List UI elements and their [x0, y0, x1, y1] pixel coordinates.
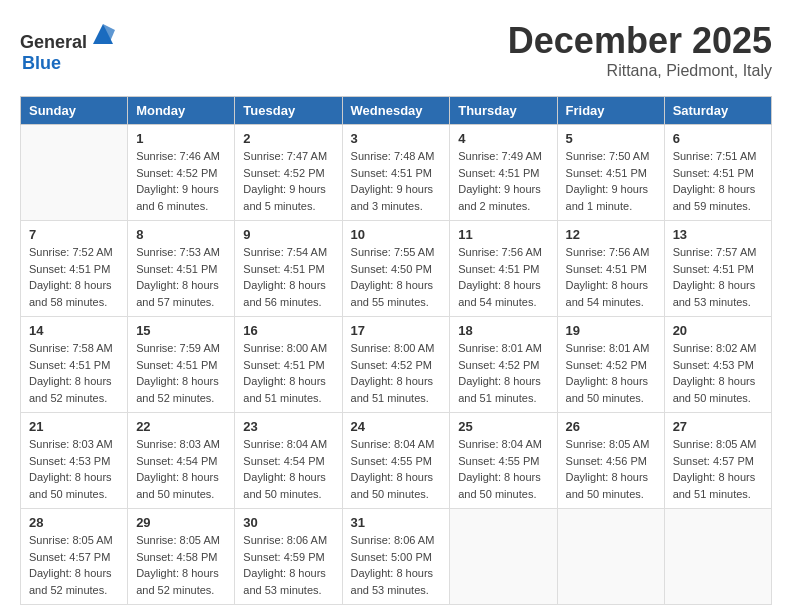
day-info: Sunrise: 7:51 AMSunset: 4:51 PMDaylight:…: [673, 148, 763, 214]
calendar-day-cell: 25Sunrise: 8:04 AMSunset: 4:55 PMDayligh…: [450, 413, 557, 509]
day-info: Sunrise: 8:01 AMSunset: 4:52 PMDaylight:…: [566, 340, 656, 406]
day-number: 4: [458, 131, 548, 146]
day-info: Sunrise: 7:48 AMSunset: 4:51 PMDaylight:…: [351, 148, 442, 214]
calendar-day-cell: 19Sunrise: 8:01 AMSunset: 4:52 PMDayligh…: [557, 317, 664, 413]
calendar-day-cell: 23Sunrise: 8:04 AMSunset: 4:54 PMDayligh…: [235, 413, 342, 509]
page-header: General Blue December 2025 Rittana, Pied…: [20, 20, 772, 80]
day-number: 3: [351, 131, 442, 146]
title-section: December 2025 Rittana, Piedmont, Italy: [508, 20, 772, 80]
calendar-day-cell: 26Sunrise: 8:05 AMSunset: 4:56 PMDayligh…: [557, 413, 664, 509]
day-info: Sunrise: 8:00 AMSunset: 4:51 PMDaylight:…: [243, 340, 333, 406]
calendar-day-cell: 11Sunrise: 7:56 AMSunset: 4:51 PMDayligh…: [450, 221, 557, 317]
day-number: 20: [673, 323, 763, 338]
calendar-day-cell: 22Sunrise: 8:03 AMSunset: 4:54 PMDayligh…: [128, 413, 235, 509]
calendar-day-cell: 28Sunrise: 8:05 AMSunset: 4:57 PMDayligh…: [21, 509, 128, 605]
day-number: 16: [243, 323, 333, 338]
logo-blue: Blue: [22, 53, 61, 73]
day-number: 30: [243, 515, 333, 530]
calendar-week-row: 1Sunrise: 7:46 AMSunset: 4:52 PMDaylight…: [21, 125, 772, 221]
day-number: 11: [458, 227, 548, 242]
calendar-day-cell: 29Sunrise: 8:05 AMSunset: 4:58 PMDayligh…: [128, 509, 235, 605]
day-number: 22: [136, 419, 226, 434]
day-info: Sunrise: 7:46 AMSunset: 4:52 PMDaylight:…: [136, 148, 226, 214]
calendar-day-cell: 1Sunrise: 7:46 AMSunset: 4:52 PMDaylight…: [128, 125, 235, 221]
day-number: 21: [29, 419, 119, 434]
day-info: Sunrise: 8:01 AMSunset: 4:52 PMDaylight:…: [458, 340, 548, 406]
day-number: 1: [136, 131, 226, 146]
day-number: 8: [136, 227, 226, 242]
day-info: Sunrise: 7:59 AMSunset: 4:51 PMDaylight:…: [136, 340, 226, 406]
day-number: 14: [29, 323, 119, 338]
logo-general: General: [20, 32, 87, 52]
location-title: Rittana, Piedmont, Italy: [508, 62, 772, 80]
logo-icon: [89, 20, 117, 48]
calendar-day-cell: 24Sunrise: 8:04 AMSunset: 4:55 PMDayligh…: [342, 413, 450, 509]
calendar-day-cell: [21, 125, 128, 221]
day-number: 6: [673, 131, 763, 146]
calendar-day-cell: 4Sunrise: 7:49 AMSunset: 4:51 PMDaylight…: [450, 125, 557, 221]
day-number: 28: [29, 515, 119, 530]
day-info: Sunrise: 7:53 AMSunset: 4:51 PMDaylight:…: [136, 244, 226, 310]
day-info: Sunrise: 8:06 AMSunset: 4:59 PMDaylight:…: [243, 532, 333, 598]
day-info: Sunrise: 7:50 AMSunset: 4:51 PMDaylight:…: [566, 148, 656, 214]
day-info: Sunrise: 8:04 AMSunset: 4:54 PMDaylight:…: [243, 436, 333, 502]
day-number: 5: [566, 131, 656, 146]
day-info: Sunrise: 8:04 AMSunset: 4:55 PMDaylight:…: [458, 436, 548, 502]
day-info: Sunrise: 8:03 AMSunset: 4:53 PMDaylight:…: [29, 436, 119, 502]
day-info: Sunrise: 8:03 AMSunset: 4:54 PMDaylight:…: [136, 436, 226, 502]
day-info: Sunrise: 7:54 AMSunset: 4:51 PMDaylight:…: [243, 244, 333, 310]
calendar-day-cell: 14Sunrise: 7:58 AMSunset: 4:51 PMDayligh…: [21, 317, 128, 413]
calendar-day-cell: 2Sunrise: 7:47 AMSunset: 4:52 PMDaylight…: [235, 125, 342, 221]
day-info: Sunrise: 8:05 AMSunset: 4:57 PMDaylight:…: [673, 436, 763, 502]
day-number: 12: [566, 227, 656, 242]
day-info: Sunrise: 7:56 AMSunset: 4:51 PMDaylight:…: [458, 244, 548, 310]
day-number: 9: [243, 227, 333, 242]
day-number: 18: [458, 323, 548, 338]
calendar-day-cell: [664, 509, 771, 605]
calendar-week-row: 14Sunrise: 7:58 AMSunset: 4:51 PMDayligh…: [21, 317, 772, 413]
day-info: Sunrise: 7:55 AMSunset: 4:50 PMDaylight:…: [351, 244, 442, 310]
day-info: Sunrise: 8:02 AMSunset: 4:53 PMDaylight:…: [673, 340, 763, 406]
calendar-header-row: SundayMondayTuesdayWednesdayThursdayFrid…: [21, 97, 772, 125]
logo: General Blue: [20, 20, 117, 74]
day-info: Sunrise: 8:05 AMSunset: 4:57 PMDaylight:…: [29, 532, 119, 598]
calendar-day-cell: 7Sunrise: 7:52 AMSunset: 4:51 PMDaylight…: [21, 221, 128, 317]
calendar-day-cell: [557, 509, 664, 605]
calendar-day-cell: 15Sunrise: 7:59 AMSunset: 4:51 PMDayligh…: [128, 317, 235, 413]
calendar-day-cell: 3Sunrise: 7:48 AMSunset: 4:51 PMDaylight…: [342, 125, 450, 221]
day-number: 7: [29, 227, 119, 242]
weekday-header: Wednesday: [342, 97, 450, 125]
day-info: Sunrise: 7:49 AMSunset: 4:51 PMDaylight:…: [458, 148, 548, 214]
calendar-day-cell: 12Sunrise: 7:56 AMSunset: 4:51 PMDayligh…: [557, 221, 664, 317]
day-number: 31: [351, 515, 442, 530]
calendar-day-cell: 10Sunrise: 7:55 AMSunset: 4:50 PMDayligh…: [342, 221, 450, 317]
calendar-day-cell: 6Sunrise: 7:51 AMSunset: 4:51 PMDaylight…: [664, 125, 771, 221]
calendar-day-cell: 17Sunrise: 8:00 AMSunset: 4:52 PMDayligh…: [342, 317, 450, 413]
day-info: Sunrise: 7:56 AMSunset: 4:51 PMDaylight:…: [566, 244, 656, 310]
calendar-day-cell: 8Sunrise: 7:53 AMSunset: 4:51 PMDaylight…: [128, 221, 235, 317]
calendar-day-cell: 31Sunrise: 8:06 AMSunset: 5:00 PMDayligh…: [342, 509, 450, 605]
weekday-header: Thursday: [450, 97, 557, 125]
calendar-table: SundayMondayTuesdayWednesdayThursdayFrid…: [20, 96, 772, 605]
weekday-header: Saturday: [664, 97, 771, 125]
calendar-week-row: 21Sunrise: 8:03 AMSunset: 4:53 PMDayligh…: [21, 413, 772, 509]
weekday-header: Friday: [557, 97, 664, 125]
day-info: Sunrise: 7:47 AMSunset: 4:52 PMDaylight:…: [243, 148, 333, 214]
day-number: 17: [351, 323, 442, 338]
day-info: Sunrise: 7:57 AMSunset: 4:51 PMDaylight:…: [673, 244, 763, 310]
calendar-day-cell: [450, 509, 557, 605]
day-number: 13: [673, 227, 763, 242]
day-number: 23: [243, 419, 333, 434]
day-number: 15: [136, 323, 226, 338]
calendar-day-cell: 27Sunrise: 8:05 AMSunset: 4:57 PMDayligh…: [664, 413, 771, 509]
day-info: Sunrise: 8:06 AMSunset: 5:00 PMDaylight:…: [351, 532, 442, 598]
calendar-day-cell: 5Sunrise: 7:50 AMSunset: 4:51 PMDaylight…: [557, 125, 664, 221]
weekday-header: Tuesday: [235, 97, 342, 125]
calendar-day-cell: 9Sunrise: 7:54 AMSunset: 4:51 PMDaylight…: [235, 221, 342, 317]
calendar-day-cell: 21Sunrise: 8:03 AMSunset: 4:53 PMDayligh…: [21, 413, 128, 509]
calendar-day-cell: 20Sunrise: 8:02 AMSunset: 4:53 PMDayligh…: [664, 317, 771, 413]
day-number: 26: [566, 419, 656, 434]
day-number: 10: [351, 227, 442, 242]
weekday-header: Monday: [128, 97, 235, 125]
month-title: December 2025: [508, 20, 772, 62]
